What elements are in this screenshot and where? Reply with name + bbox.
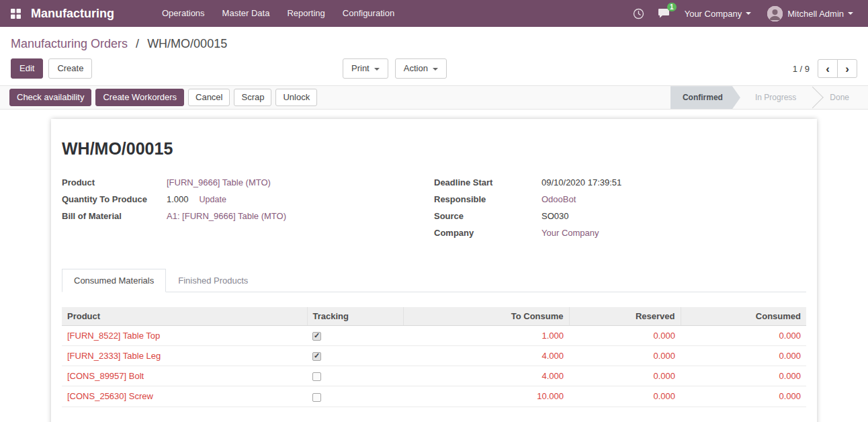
breadcrumb-separator: / [136,37,139,50]
reserved-cell: 0.000 [569,326,681,346]
left-field-group: Product [FURN_9666] Table (MTO) Quantity… [62,177,434,245]
field-label-quantity: Quantity To Produce [62,194,167,204]
top-navbar: Manufacturing Operations Master Data Rep… [0,0,868,27]
tracking-checkbox[interactable] [312,372,321,381]
app-window: Manufacturing Operations Master Data Rep… [0,0,868,422]
status-step-in-progress[interactable]: In Progress [740,86,811,109]
pager-next-button[interactable]: › [837,59,857,78]
consumed-cell: 0.000 [681,346,806,366]
tracking-checkbox[interactable] [312,352,321,361]
apps-menu-button[interactable] [0,0,31,27]
reserved-cell: 0.000 [569,366,681,386]
record-title: WH/MO/00015 [62,139,806,159]
components-table: Product Tracking To Consume Reserved Con… [62,307,806,407]
field-value-product[interactable]: [FURN_9666] Table (MTO) [167,177,271,187]
field-row-deadline: Deadline Start 09/10/2020 17:39:51 [434,177,806,187]
field-row-quantity: Quantity To Produce 1.000 Update [62,194,434,204]
chevron-down-icon [848,12,853,15]
menu-reporting[interactable]: Reporting [278,0,333,27]
tracking-cell [307,366,403,386]
product-cell[interactable]: [FURN_2333] Table Leg [62,346,307,366]
tracking-cell [307,326,403,346]
create-workorders-button[interactable]: Create Workorders [95,89,184,106]
action-menus: Print Action [343,58,447,79]
tracking-checkbox[interactable] [312,332,321,341]
col-header-consumed[interactable]: Consumed [681,307,806,326]
status-step-done[interactable]: Done [811,86,861,109]
consumed-cell: 0.000 [681,386,806,407]
edit-button[interactable]: Edit [11,58,43,79]
field-label-bom: Bill of Material [62,211,167,221]
field-value-bom[interactable]: A1: [FURN_9666] Table (MTO) [167,211,286,221]
table-row[interactable]: [CONS_25630] Screw 10.000 0.000 0.000 [62,386,806,407]
check-availability-button[interactable]: Check availability [9,89,91,106]
chevron-down-icon [746,12,751,15]
field-groups: Product [FURN_9666] Table (MTO) Quantity… [62,177,806,245]
col-header-to-consume[interactable]: To Consume [403,307,569,326]
activity-menu[interactable] [626,0,651,27]
reserved-cell: 0.000 [569,346,681,366]
app-name[interactable]: Manufacturing [31,7,114,21]
update-quantity-link[interactable]: Update [200,195,226,204]
menu-operations[interactable]: Operations [153,0,214,27]
tracking-cell [307,346,403,366]
to-consume-cell: 10.000 [403,386,569,407]
field-row-product: Product [FURN_9666] Table (MTO) [62,177,434,187]
clock-icon [633,8,644,19]
pager-previous-button[interactable]: ‹ [818,59,838,78]
menu-master-data[interactable]: Master Data [214,0,279,27]
breadcrumb-current: WH/MO/00015 [147,37,227,50]
col-header-reserved[interactable]: Reserved [569,307,681,326]
tab-consumed-materials[interactable]: Consumed Materials [62,269,166,292]
chevron-down-icon [433,68,438,71]
product-cell[interactable]: [FURN_8522] Table Top [62,326,307,346]
user-name: Mitchell Admin [787,9,844,19]
top-menu: Operations Master Data Reporting Configu… [153,0,403,27]
status-step-confirmed[interactable]: Confirmed [670,86,740,109]
field-label-product: Product [62,177,167,187]
product-cell[interactable]: [CONS_25630] Screw [62,386,307,407]
scrap-button[interactable]: Scrap [234,89,271,106]
field-row-company: Company Your Company [434,228,806,238]
right-field-group: Deadline Start 09/10/2020 17:39:51 Respo… [434,177,806,245]
field-label-source: Source [434,211,541,221]
menu-configuration[interactable]: Configuration [334,0,403,27]
table-row[interactable]: [FURN_2333] Table Leg 4.000 0.000 0.000 [62,346,806,366]
field-row-source: Source SO030 [434,211,806,221]
col-header-product[interactable]: Product [62,307,307,326]
field-value-deadline: 09/10/2020 17:39:51 [541,177,621,187]
control-panel: Edit Create Print Action 1 / 9 ‹ › [0,54,868,85]
breadcrumb: Manufacturing Orders / WH/MO/00015 [0,27,868,54]
field-value-quantity: 1.000 [167,194,189,204]
user-menu[interactable]: Mitchell Admin [759,0,861,27]
statusbar: Check availability Create Workorders Can… [0,85,868,110]
tracking-checkbox[interactable] [312,393,321,402]
field-value-responsible[interactable]: OdooBot [541,194,576,204]
product-cell[interactable]: [CONS_89957] Bolt [62,366,307,386]
create-button[interactable]: Create [48,58,92,79]
to-consume-cell: 4.000 [403,366,569,386]
field-label-deadline: Deadline Start [434,177,541,187]
messages-badge: 1 [667,3,677,11]
table-row[interactable]: [FURN_8522] Table Top 1.000 0.000 0.000 [62,326,806,346]
print-label: Print [351,63,370,73]
cancel-button[interactable]: Cancel [188,89,230,106]
table-row[interactable]: [CONS_89957] Bolt 4.000 0.000 0.000 [62,366,806,386]
col-header-tracking[interactable]: Tracking [307,307,403,326]
field-value-company[interactable]: Your Company [541,228,599,238]
breadcrumb-parent-link[interactable]: Manufacturing Orders [11,37,128,50]
company-switcher[interactable]: Your Company [677,0,760,27]
notebook-tabs: Consumed Materials Finished Products [62,269,806,292]
reserved-cell: 0.000 [569,386,681,407]
tab-finished-products[interactable]: Finished Products [166,269,260,292]
messages-menu[interactable]: 1 [651,0,677,27]
company-name: Your Company [685,9,742,19]
chevron-down-icon [374,68,380,71]
unlock-button[interactable]: Unlock [275,89,317,106]
avatar [767,6,783,22]
tracking-cell [307,386,403,407]
action-menu-button[interactable]: Action [395,58,447,79]
print-menu-button[interactable]: Print [343,58,388,79]
apps-grid-icon [11,9,21,19]
action-label: Action [404,63,428,73]
